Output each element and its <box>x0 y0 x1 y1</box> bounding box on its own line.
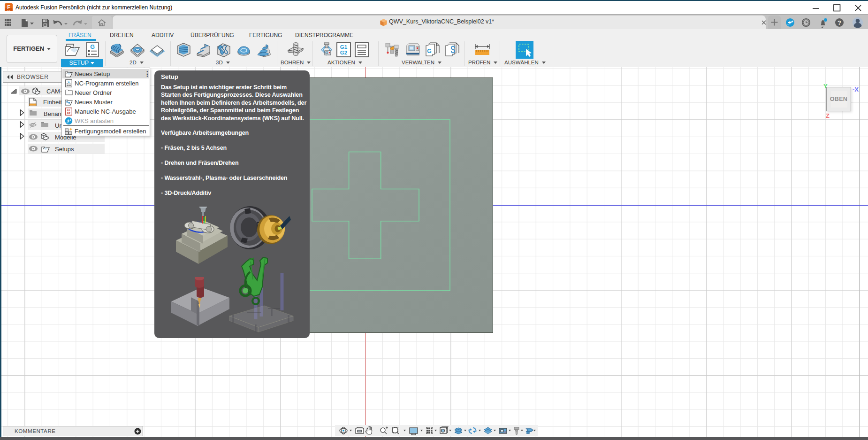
svg-text:F: F <box>7 4 10 10</box>
svg-text:G: G <box>90 44 95 50</box>
svg-text:FUS: FUS <box>7 10 11 12</box>
svg-text:G: G <box>68 80 70 83</box>
svg-text:?: ? <box>838 19 841 26</box>
svg-text:G2: G2 <box>67 112 71 115</box>
svg-text:G1: G1 <box>340 44 348 50</box>
svg-text:G2: G2 <box>340 50 347 55</box>
svg-text:G: G <box>427 48 431 54</box>
